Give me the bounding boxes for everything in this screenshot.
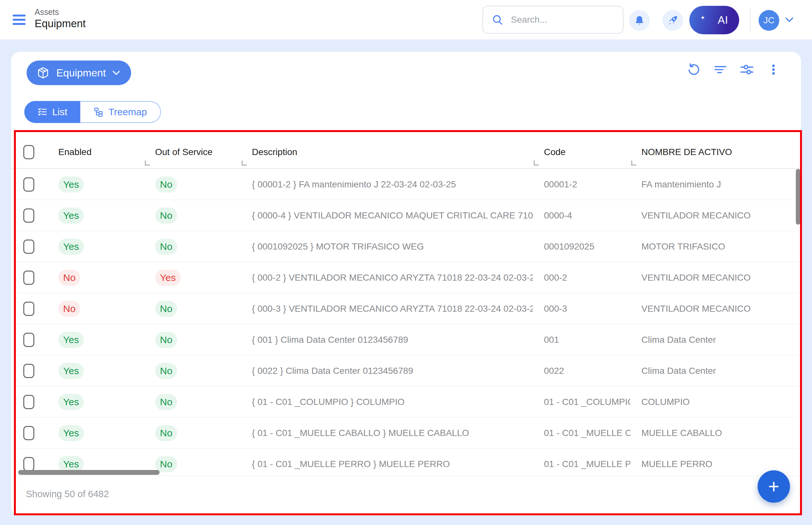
table-row[interactable]: No No { 000-3 } VENTILADOR MECANICO ARYZ… — [11, 293, 801, 324]
table-row[interactable]: Yes No { 001 } Clima Data Center 0123456… — [11, 324, 801, 355]
cell-code: 0000-4 — [533, 210, 630, 221]
column-header-out-of-service[interactable]: Out of Service — [144, 136, 241, 168]
breadcrumb-parent[interactable]: Assets — [35, 7, 86, 17]
cell-nombre: VENTILADOR MECANICO — [630, 304, 801, 314]
table-row[interactable]: Yes No { 0001092025 } MOTOR TRIFASICO WE… — [11, 231, 801, 262]
filter-icon — [713, 62, 727, 77]
cell-code: 001 — [533, 335, 630, 345]
cell-nombre: MOTOR TRIFASICO — [630, 241, 801, 252]
sliders-icon — [739, 62, 754, 77]
table-row[interactable]: Yes No { 00001-2 } FA mantenimiento J 22… — [11, 169, 801, 200]
breadcrumb: Assets Equipment — [35, 7, 86, 30]
view-tabs: List Treemap — [24, 101, 161, 123]
cell-enabled-badge: Yes — [58, 456, 84, 472]
equipment-dropdown-button[interactable]: Equipment — [27, 61, 131, 85]
cell-nombre: VENTILADOR MECANICO — [630, 272, 801, 283]
avatar[interactable]: JC — [758, 10, 779, 31]
table-row[interactable]: Yes No { 0000-4 } VENTILADOR MECANICO MA… — [11, 200, 801, 231]
cell-nombre: Clima Data Center — [630, 366, 801, 376]
chevron-down-icon[interactable] — [785, 17, 794, 22]
column-resize-handle[interactable] — [241, 161, 247, 166]
cell-enabled-badge: Yes — [58, 425, 84, 441]
notifications-button[interactable] — [629, 10, 650, 31]
refresh-button[interactable] — [686, 62, 701, 77]
row-checkbox[interactable] — [23, 302, 34, 316]
vertical-scrollbar[interactable] — [796, 169, 800, 225]
table-row[interactable]: Yes No { 0022 } Clima Data Center 012345… — [11, 355, 801, 387]
cell-code: 01 - C01 _COLUMPIO — [533, 397, 630, 407]
column-resize-handle[interactable] — [145, 161, 150, 166]
bell-icon — [634, 15, 645, 26]
row-checkbox[interactable] — [23, 364, 34, 378]
row-checkbox[interactable] — [23, 426, 34, 440]
cell-description: { 000-2 } VENTILADOR MECANICO ARYZTA 710… — [241, 272, 533, 283]
cell-code: 000-2 — [533, 272, 630, 283]
column-resize-handle[interactable] — [534, 161, 539, 166]
cell-enabled-badge: Yes — [58, 208, 84, 224]
cell-code: 00001-2 — [533, 179, 630, 190]
row-checkbox[interactable] — [23, 271, 34, 285]
cell-enabled-badge: Yes — [58, 176, 84, 193]
package-icon — [36, 66, 50, 80]
cell-nombre: VENTILADOR MECANICO — [630, 210, 801, 221]
menu-icon[interactable] — [13, 15, 26, 25]
cell-nombre: FA mantenimiento J — [630, 179, 801, 190]
search-input[interactable] — [510, 14, 609, 25]
row-checkbox[interactable] — [23, 333, 34, 347]
cell-oos-badge: No — [155, 456, 177, 472]
row-checkbox[interactable] — [23, 177, 34, 192]
table-row[interactable]: Yes No { 01 - C01 _COLUMPIO } COLUMPIO 0… — [11, 387, 801, 418]
whats-new-button[interactable] — [662, 10, 683, 31]
row-checkbox[interactable] — [23, 457, 34, 471]
column-header-description[interactable]: Description — [241, 136, 533, 168]
table-row[interactable]: No Yes { 000-2 } VENTILADOR MECANICO ARY… — [11, 262, 801, 293]
column-header-nombre-de-activo[interactable]: NOMBRE DE ACTIVO — [630, 136, 801, 168]
cell-enabled-badge: No — [58, 301, 80, 317]
cell-description: { 001 } Clima Data Center 0123456789 — [241, 335, 533, 345]
cell-enabled-badge: Yes — [58, 239, 84, 255]
cell-description: { 0000-4 } VENTILADOR MECANICO MAQUET CR… — [241, 210, 533, 221]
page: { "topbar": { "breadcrumb": "Assets", "t… — [0, 0, 812, 525]
sparkle-icon: ✦ — [700, 14, 705, 21]
column-header-code[interactable]: Code — [533, 136, 630, 168]
cell-description: { 0022 } Clima Data Center 0123456789 — [241, 366, 533, 376]
cell-enabled-badge: No — [58, 270, 80, 286]
search-box[interactable] — [483, 6, 623, 34]
add-button[interactable]: + — [758, 470, 790, 502]
chevron-down-icon — [112, 70, 120, 75]
refresh-icon — [687, 62, 701, 77]
horizontal-scrollbar[interactable] — [18, 470, 160, 475]
row-count: Showing 50 of 6482 — [26, 489, 109, 499]
topbar: Assets Equipment ✦ AI JC — [0, 0, 812, 40]
cell-oos-badge: No — [155, 208, 177, 224]
cell-oos-badge: No — [155, 425, 177, 441]
cell-code: 01 - C01 _MUELLE P... — [533, 459, 630, 469]
cell-oos-badge: Yes — [155, 270, 181, 286]
tab-treemap[interactable]: Treemap — [80, 101, 161, 123]
content-card: Equipment — [11, 52, 801, 515]
treemap-icon — [93, 107, 104, 117]
tab-list[interactable]: List — [24, 101, 80, 123]
ai-button-label: AI — [718, 14, 728, 26]
cell-description: { 00001-2 } FA mantenimiento J 22-03-24 … — [241, 179, 533, 190]
column-resize-handle[interactable] — [631, 161, 636, 166]
table-header: Enabled Out of Service Description Code … — [11, 136, 801, 169]
select-all-checkbox[interactable] — [23, 145, 34, 159]
table-footer: Showing 50 of 6482 — [11, 476, 801, 515]
equipment-dropdown-label: Equipment — [56, 67, 106, 79]
more-options-button[interactable] — [766, 62, 781, 77]
filter-button[interactable] — [713, 62, 728, 77]
row-checkbox[interactable] — [23, 240, 34, 254]
table-row[interactable]: Yes No { 01 - C01 _MUELLE CABALLO } MUEL… — [11, 418, 801, 449]
row-checkbox[interactable] — [23, 208, 34, 223]
tab-treemap-label: Treemap — [108, 106, 147, 118]
cell-code: 0001092025 — [533, 241, 630, 252]
cell-description: { 01 - C01 _MUELLE CABALLO } MUELLE CABA… — [241, 428, 533, 438]
ai-button[interactable]: ✦ AI — [689, 6, 739, 34]
table-body: Yes No { 00001-2 } FA mantenimiento J 22… — [11, 169, 801, 476]
row-checkbox[interactable] — [23, 395, 34, 409]
cell-nombre: Clima Data Center — [630, 335, 801, 345]
column-header-enabled[interactable]: Enabled — [47, 136, 144, 168]
cell-oos-badge: No — [155, 394, 177, 410]
column-settings-button[interactable] — [739, 62, 754, 77]
